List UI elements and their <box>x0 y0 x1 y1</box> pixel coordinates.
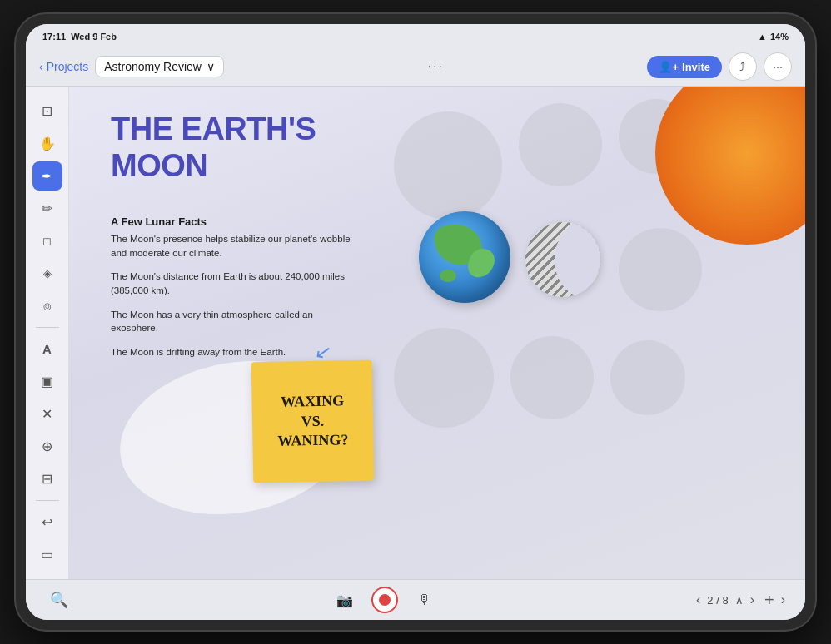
fact-2: The Moon's distance from Earth is about … <box>111 270 356 297</box>
tablet-screen: 17:11 Wed 9 Feb ▲ 14% ‹ Projects Astrono… <box>26 24 805 620</box>
back-button[interactable]: ‹ Projects <box>39 60 88 73</box>
doc-name-button[interactable]: Astronomy Review ∨ <box>95 56 224 77</box>
bg-circle-7 <box>610 340 685 415</box>
camera-button[interactable]: 📷 <box>331 587 358 613</box>
zoom-button[interactable]: 🔍 <box>46 587 72 613</box>
invite-button[interactable]: 👤+ Invite <box>647 56 722 78</box>
fact-3: The Moon has a very thin atmosphere call… <box>111 308 356 335</box>
frame-icon: ⊟ <box>42 471 52 487</box>
delete-tool[interactable]: ✕ <box>32 399 62 429</box>
mic-icon: 🎙 <box>418 592 431 607</box>
tablet-frame: 17:11 Wed 9 Feb ▲ 14% ‹ Projects Astrono… <box>16 14 815 630</box>
sticky-line1: WAXING <box>276 392 347 413</box>
undo-icon: ↩ <box>42 514 52 530</box>
mic-button[interactable]: 🎙 <box>411 587 438 613</box>
eraser-icon: ◻ <box>42 235 52 247</box>
slide-canvas[interactable]: THE EARTH'S MOON A Few Lunar Facts The M… <box>69 87 805 579</box>
slide-content: THE EARTH'S MOON A Few Lunar Facts The M… <box>69 87 805 579</box>
shape-tool[interactable]: ▣ <box>32 367 62 396</box>
earth-globe <box>419 211 510 303</box>
bg-circle-5 <box>394 328 494 428</box>
nav-ellipsis[interactable]: ··· <box>428 59 444 74</box>
status-date: Wed 9 Feb <box>71 32 117 42</box>
bg-circle-1 <box>394 111 502 220</box>
more-icon: ··· <box>773 60 783 73</box>
select-tool[interactable]: ⊡ <box>32 97 62 126</box>
bottom-bar: 🔍 📷 🎙 ‹ 2 / 8 ∧ › <box>26 579 805 620</box>
close-icon: ✕ <box>42 406 52 422</box>
toolbar-divider-2 <box>36 500 59 501</box>
hand-tool[interactable]: ✋ <box>32 129 62 158</box>
slide-title: THE EARTH'S MOON <box>111 111 316 184</box>
eraser-tool[interactable]: ◻ <box>32 226 62 255</box>
add-page-button[interactable]: + <box>764 591 774 610</box>
pen-tool[interactable]: ✒ <box>32 161 62 191</box>
slide-subtitle: A Few Lunar Facts <box>111 215 207 228</box>
chevron-down-icon: ∨ <box>207 60 215 73</box>
record-button[interactable] <box>371 587 398 613</box>
toolbar: ⊡ ✋ ✒ ✏ ◻ ◈ ⌾ <box>26 87 69 579</box>
text-tool[interactable]: A <box>32 334 62 364</box>
forward-button[interactable]: › <box>781 592 785 607</box>
nav-bar: ‹ Projects Astronomy Review ∨ ··· 👤+ Inv… <box>26 47 805 87</box>
share-button[interactable]: ⤴ <box>729 52 757 81</box>
select-icon: ⊡ <box>42 103 52 119</box>
nav-right: 👤+ Invite ⤴ ··· <box>647 52 792 81</box>
frame-tool[interactable]: ⊟ <box>32 464 62 493</box>
lasso-icon: ⌾ <box>43 299 52 314</box>
title-line1: THE EARTH'S <box>111 111 316 148</box>
more-button[interactable]: ··· <box>764 52 792 81</box>
orange-planet <box>655 87 805 245</box>
wifi-icon: ▲ <box>758 32 767 42</box>
toolbar-divider-1 <box>36 327 59 328</box>
person-add-icon: 👤+ <box>659 61 679 73</box>
page-number: 2 / 8 <box>707 594 728 607</box>
undo-button[interactable]: ↩ <box>32 508 62 537</box>
timer-tool[interactable]: ⊕ <box>32 432 62 461</box>
fact-1: The Moon's presence helps stabilize our … <box>111 232 356 260</box>
nav-left: ‹ Projects Astronomy Review ∨ <box>39 56 224 77</box>
back-label: Projects <box>47 60 89 73</box>
battery-icon: 14% <box>770 32 789 42</box>
sticky-note[interactable]: WAXING VS. WANING? <box>251 360 375 483</box>
up-button[interactable]: ∧ <box>735 594 744 607</box>
screen-icon: ▭ <box>41 547 53 562</box>
fill-tool[interactable]: ◈ <box>32 259 62 288</box>
invite-label: Invite <box>682 61 710 73</box>
pen-icon: ✒ <box>42 169 52 184</box>
shape-icon: ▣ <box>41 374 53 389</box>
status-left: 17:11 Wed 9 Feb <box>42 32 117 42</box>
bg-circle-6 <box>510 336 594 419</box>
text-icon: A <box>42 342 52 356</box>
status-right: ▲ 14% <box>758 32 789 42</box>
bottom-right: ‹ 2 / 8 ∧ › + › <box>696 591 785 610</box>
bottom-left: 🔍 <box>46 587 72 613</box>
record-dot <box>379 594 391 606</box>
timer-icon: ⊕ <box>42 438 52 454</box>
bg-circle-4 <box>619 228 702 311</box>
bottom-center: 📷 🎙 <box>331 587 438 613</box>
bg-circle-2 <box>519 103 602 186</box>
main-area: ⊡ ✋ ✒ ✏ ◻ ◈ ⌾ <box>26 87 805 579</box>
sticky-line2: VS. <box>277 411 348 432</box>
chevron-left-icon: ‹ <box>39 60 43 73</box>
page-info: 2 / 8 <box>707 594 728 607</box>
hand-icon: ✋ <box>39 136 56 151</box>
prev-page-button[interactable]: ‹ <box>696 592 700 607</box>
moon-phase-striped <box>525 222 600 297</box>
next-page-button[interactable]: › <box>750 592 754 607</box>
zoom-icon: 🔍 <box>50 591 68 609</box>
pencil-icon: ✏ <box>42 201 52 216</box>
sticky-text: WAXING VS. WANING? <box>276 392 348 452</box>
status-time: 17:11 <box>42 32 66 42</box>
title-line2: MOON <box>111 148 316 185</box>
nav-center: ··· <box>428 59 444 74</box>
lasso-tool[interactable]: ⌾ <box>32 291 62 320</box>
screen-button[interactable]: ▭ <box>32 540 62 569</box>
doc-name-label: Astronomy Review <box>104 60 202 73</box>
camera-icon: 📷 <box>336 592 353 608</box>
sticky-line3: WANING? <box>277 430 348 451</box>
share-icon: ⤴ <box>739 60 745 73</box>
pencil-tool[interactable]: ✏ <box>32 194 62 223</box>
fill-icon: ◈ <box>43 267 52 280</box>
